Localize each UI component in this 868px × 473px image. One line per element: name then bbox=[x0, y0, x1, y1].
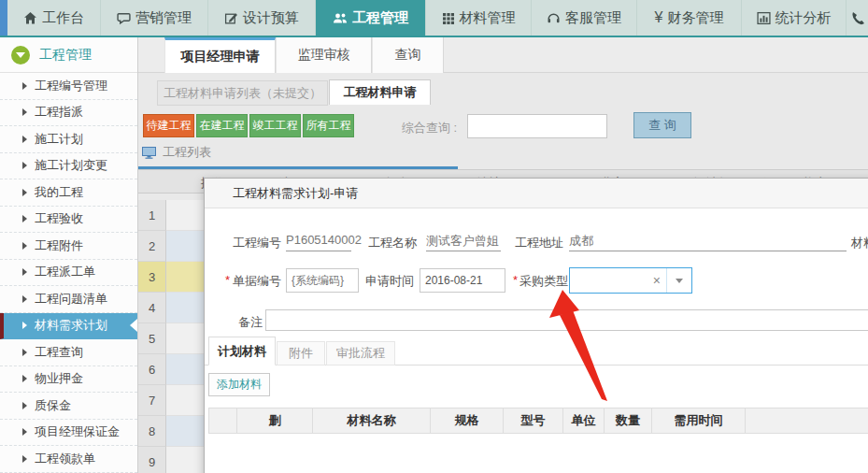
nav-item-finance[interactable]: ¥ 财务管理 bbox=[637, 0, 742, 36]
chevron-down-icon bbox=[16, 52, 25, 58]
subtab-application-list[interactable]: 工程材料申请列表（未提交） bbox=[157, 80, 328, 106]
remark-label: 备注 bbox=[238, 314, 263, 331]
table-row[interactable]: 6 bbox=[138, 354, 204, 385]
required-marker: * bbox=[225, 273, 230, 287]
arrow-right-icon bbox=[22, 108, 27, 116]
table-row[interactable]: 2 bbox=[138, 231, 204, 262]
column-header-unit: 单位 bbox=[563, 408, 605, 433]
purchase-type-label: 采购类型 bbox=[519, 273, 568, 290]
sidebar-item-pm-deposit[interactable]: 项目经理保证金 bbox=[0, 420, 137, 447]
tab-label: 监理审核 bbox=[298, 47, 350, 64]
doc-no-input[interactable] bbox=[286, 268, 359, 293]
filter-label: 竣工工程 bbox=[253, 118, 298, 134]
nav-item-materials[interactable]: 材料管理 bbox=[426, 0, 532, 36]
clear-icon[interactable]: × bbox=[647, 273, 666, 288]
chevron-down-icon[interactable] bbox=[676, 279, 683, 283]
sidebar-item-attachments[interactable]: 工程附件 bbox=[0, 233, 137, 260]
nav-item-workbench[interactable]: 工作台 bbox=[7, 0, 101, 36]
tab-attachments[interactable]: 附件 bbox=[277, 341, 325, 366]
dialog-title: 工程材料需求计划-申请 bbox=[233, 185, 358, 202]
clipped-right-label: 材料 bbox=[851, 235, 868, 251]
material-demand-plan-dialog: 工程材料需求计划-申请 工程编号 P1605140002 工程名称 测试客户曾姐… bbox=[204, 178, 868, 473]
table-row[interactable]: 4 bbox=[138, 293, 204, 323]
panel-title: 工程列表 bbox=[163, 144, 211, 161]
chat-icon bbox=[117, 11, 131, 25]
sidebar-item-issue-list[interactable]: 工程问题清单 bbox=[0, 286, 137, 313]
sidebar-item-material-demand-plan[interactable]: 材料需求计划 bbox=[0, 313, 137, 340]
dropdown-divider bbox=[666, 268, 667, 293]
nav-item-design-budget[interactable]: 设计预算 bbox=[208, 0, 316, 36]
main-content: 项目经理申请 监理审核 查询 工程材料申请列表（未提交） 工程材料申请 待建工程… bbox=[138, 37, 868, 473]
sidebar-item-label: 质保金 bbox=[35, 397, 71, 414]
purchase-type-dropdown[interactable]: × bbox=[569, 267, 692, 294]
row-number: 4 bbox=[138, 293, 166, 323]
query-button[interactable]: 查 询 bbox=[633, 112, 691, 138]
table-row[interactable]: 9 bbox=[138, 447, 204, 473]
sidebar-item-label: 工程指派 bbox=[35, 104, 83, 121]
remark-input[interactable] bbox=[265, 309, 868, 331]
sidebar-item-label: 工程验收 bbox=[35, 210, 83, 227]
chart-icon bbox=[757, 11, 771, 25]
tab-label: 查询 bbox=[395, 47, 421, 64]
filter-pending-projects[interactable]: 待建工程 bbox=[143, 114, 194, 137]
apply-date-label: 申请时间 bbox=[365, 273, 414, 290]
nav-item-customer-service[interactable]: 客服管理 bbox=[532, 0, 637, 36]
row-number: 6 bbox=[138, 354, 166, 385]
nav-item-marketing[interactable]: 营销管理 bbox=[101, 0, 208, 36]
table-row-selected[interactable]: 3 bbox=[138, 262, 204, 293]
arrow-right-icon bbox=[22, 455, 27, 463]
filter-completed-projects[interactable]: 竣工工程 bbox=[249, 114, 301, 137]
table-row[interactable]: 8 bbox=[138, 416, 204, 447]
project-addr-value[interactable]: 成都 bbox=[569, 233, 847, 251]
arrow-right-icon bbox=[22, 349, 27, 356]
edit-icon bbox=[224, 11, 238, 25]
sidebar-item-acceptance[interactable]: 工程验收 bbox=[0, 207, 137, 234]
sidebar-item-property-deposit[interactable]: 物业押金 bbox=[0, 366, 137, 394]
sidebar-item-plan-change[interactable]: 施工计划变更 bbox=[0, 153, 137, 180]
column-header-delete: 删 bbox=[237, 408, 313, 433]
collapse-toggle[interactable] bbox=[11, 46, 30, 64]
column-header-empty bbox=[208, 408, 237, 433]
add-material-button[interactable]: 添加材料 bbox=[208, 373, 270, 396]
tab-supervision-review[interactable]: 监理审核 bbox=[276, 37, 372, 73]
users-icon bbox=[333, 11, 348, 25]
tab-plan-materials[interactable]: 计划材料 bbox=[208, 337, 276, 366]
table-row[interactable]: 7 bbox=[138, 385, 204, 416]
subtab-material-application[interactable]: 工程材料申请 bbox=[329, 79, 431, 105]
sidebar-item-label: 材料需求计划 bbox=[35, 317, 107, 334]
nav-item-statistics[interactable]: 统计分析 bbox=[742, 0, 847, 36]
arrow-right-icon bbox=[22, 215, 27, 222]
sidebar-item-project-query[interactable]: 工程查询 bbox=[0, 339, 137, 366]
table-row[interactable]: 1 bbox=[138, 200, 204, 231]
nav-item-engineering[interactable]: 工程管理 bbox=[316, 0, 426, 36]
arrow-right-icon bbox=[22, 322, 27, 329]
sidebar-item-my-projects[interactable]: 我的工程 bbox=[0, 179, 137, 207]
sidebar-item-label: 物业押金 bbox=[35, 370, 83, 387]
sidebar-item-label: 施工计划 bbox=[35, 131, 83, 148]
project-name-value[interactable]: 测试客户曾姐 bbox=[426, 233, 501, 251]
filter-all-projects[interactable]: 所有工程 bbox=[303, 114, 354, 137]
filter-label: 待建工程 bbox=[147, 118, 192, 134]
top-navigation: 工作台 营销管理 设计预算 工程管理 材料管理 客服管理 ¥ 财务管理 bbox=[0, 0, 868, 37]
tab-query[interactable]: 查询 bbox=[372, 37, 444, 73]
project-list-panel-header: 工程列表 bbox=[142, 144, 211, 161]
nav-item-partial[interactable] bbox=[847, 0, 868, 36]
sidebar-item-assignment[interactable]: 工程指派 bbox=[0, 100, 137, 127]
column-header-material-name: 材料名称 bbox=[313, 408, 431, 433]
sidebar-item-quality-deposit[interactable]: 质保金 bbox=[0, 393, 137, 420]
sidebar-item-label: 项目经理保证金 bbox=[35, 423, 120, 440]
tab-pm-application[interactable]: 项目经理申请 bbox=[164, 37, 276, 73]
sidebar-item-dispatch-order[interactable]: 工程派工单 bbox=[0, 260, 137, 287]
sidebar-item-project-number[interactable]: 工程编号管理 bbox=[0, 73, 137, 100]
table-row[interactable]: 5 bbox=[138, 323, 204, 354]
combined-search-input[interactable] bbox=[467, 114, 607, 138]
apply-date-input[interactable] bbox=[420, 268, 505, 293]
row-number: 8 bbox=[138, 416, 166, 447]
tab-approval-flow[interactable]: 审批流程 bbox=[326, 341, 395, 366]
query-button-label: 查 询 bbox=[648, 117, 676, 134]
project-no-value[interactable]: P1605140002 bbox=[286, 233, 351, 251]
sidebar: 工程管理 工程编号管理 工程指派 施工计划 施工计划变更 我的工程 工程验收 工… bbox=[0, 37, 138, 473]
sidebar-item-payment-order[interactable]: 工程领款单 bbox=[0, 446, 137, 473]
filter-inprogress-projects[interactable]: 在建工程 bbox=[196, 114, 248, 137]
sidebar-item-construction-plan[interactable]: 施工计划 bbox=[0, 126, 137, 153]
